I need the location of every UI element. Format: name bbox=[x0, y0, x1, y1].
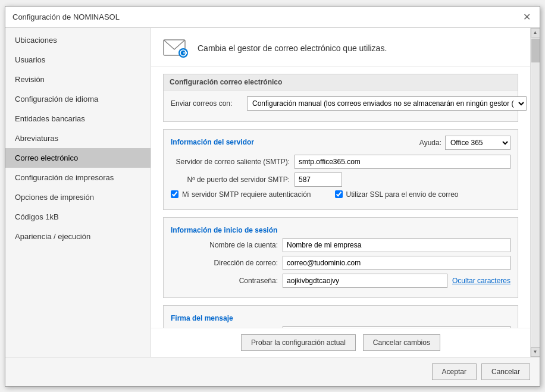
send-row: Enviar correos con: Configuración manual… bbox=[171, 96, 510, 111]
sidebar-item-ubicaciones[interactable]: Ubicaciones bbox=[5, 30, 151, 50]
send-select-wrapper: Configuración manual (los correos enviad… bbox=[247, 96, 527, 111]
footer-buttons: Aceptar Cancelar bbox=[432, 363, 530, 380]
signature-section-content: Firma del mensaje Tipo de Firma: Sin sel… bbox=[164, 306, 518, 328]
help-row: Ayuda: Office 365GmailOutlookYahoo bbox=[419, 136, 510, 150]
auth-checkbox-row: Mi servidor SMTP requiere autenticación bbox=[171, 190, 311, 199]
sidebar-item-codigos[interactable]: Códigos 1kB bbox=[5, 207, 151, 227]
cancel-changes-button[interactable]: Cancelar cambios bbox=[363, 334, 440, 351]
sidebar-item-revision[interactable]: Revisión bbox=[5, 70, 151, 89]
sidebar-item-apariencia[interactable]: Apariencia / ejecución bbox=[5, 227, 151, 246]
scroll-track[interactable] bbox=[531, 37, 540, 347]
ssl-checkbox[interactable] bbox=[335, 190, 343, 198]
email-label: Dirección de correo: bbox=[171, 259, 278, 267]
help-label: Ayuda: bbox=[419, 139, 441, 147]
content-area: UbicacionesUsuariosRevisiónConfiguración… bbox=[5, 28, 540, 357]
main-body: Configuración correo electrónico Enviar … bbox=[151, 67, 530, 328]
sidebar-item-idioma[interactable]: Configuración de idioma bbox=[5, 89, 151, 109]
email-row: Dirección de correo: bbox=[171, 256, 510, 270]
port-row: Nº de puerto del servidor SMTP: bbox=[171, 173, 510, 187]
auth-label: Mi servidor SMTP requiere autenticación bbox=[182, 190, 311, 199]
window-footer: Aceptar Cancelar bbox=[5, 357, 540, 386]
test-config-button[interactable]: Probar la configuración actual bbox=[241, 334, 356, 351]
password-row: Contraseña: Ocultar caracteres bbox=[171, 274, 510, 288]
password-input[interactable] bbox=[283, 274, 447, 288]
account-label: Nombre de la cuenta: bbox=[171, 241, 278, 249]
hide-chars-link[interactable]: Ocultar caracteres bbox=[452, 277, 510, 285]
port-input[interactable] bbox=[295, 173, 342, 187]
auth-checkbox[interactable] bbox=[171, 190, 178, 198]
cancel-button[interactable]: Cancelar bbox=[481, 363, 530, 380]
send-label: Enviar correos con: bbox=[171, 99, 242, 108]
sidebar: UbicacionesUsuariosRevisiónConfiguración… bbox=[5, 28, 151, 357]
scroll-down-button[interactable]: ▼ bbox=[531, 347, 540, 357]
main-panel: Cambia el gestor de correo electrónico q… bbox=[151, 28, 530, 357]
ssl-checkbox-row: Utilizar SSL para el envío de correo bbox=[335, 190, 459, 199]
help-select[interactable]: Office 365GmailOutlookYahoo bbox=[445, 136, 510, 150]
window-title: Configuración de NOMINASOL bbox=[12, 12, 120, 21]
sidebar-item-bancarias[interactable]: Entidades bancarias bbox=[5, 109, 151, 128]
account-row: Nombre de la cuenta: bbox=[171, 238, 510, 252]
ssl-label: Utilizar SSL para el envío de correo bbox=[346, 190, 459, 199]
server-info-title: Información del servidor bbox=[171, 138, 254, 146]
sidebar-item-impresoras[interactable]: Configuración de impresoras bbox=[5, 168, 151, 187]
port-label: Nº de puerto del servidor SMTP: bbox=[171, 175, 290, 184]
server-section: Información del servidor Ayuda: Office 3… bbox=[163, 129, 518, 210]
sidebar-item-impresion[interactable]: Opciones de impresión bbox=[5, 187, 151, 207]
main-content-wrapper: Cambia el gestor de correo electrónico q… bbox=[151, 28, 540, 357]
smtp-row: Servidor de correo saliente (SMTP): bbox=[171, 155, 510, 169]
main-window: Configuración de NOMINASOL ✕ Ubicaciones… bbox=[5, 6, 540, 387]
close-button[interactable]: ✕ bbox=[521, 11, 533, 23]
scrollbar[interactable]: ▲ ▼ bbox=[530, 28, 540, 357]
sidebar-item-abreviaturas[interactable]: Abreviaturas bbox=[5, 128, 151, 148]
sidebar-item-correo[interactable]: Correo electrónico bbox=[5, 148, 151, 168]
sidebar-item-usuarios[interactable]: Usuarios bbox=[5, 50, 151, 70]
accept-button[interactable]: Aceptar bbox=[432, 363, 477, 380]
scroll-up-button[interactable]: ▲ bbox=[531, 28, 540, 37]
mail-icon bbox=[163, 37, 189, 59]
title-bar: Configuración de NOMINASOL ✕ bbox=[5, 7, 540, 28]
session-section-content: Información de inicio de sesión Nombre d… bbox=[164, 218, 518, 297]
config-section: Configuración correo electrónico Enviar … bbox=[163, 74, 518, 122]
account-input[interactable] bbox=[283, 238, 510, 252]
config-section-title: Configuración correo electrónico bbox=[164, 74, 518, 90]
email-input[interactable] bbox=[283, 256, 510, 270]
auth-ssl-row: Mi servidor SMTP requiere autenticación … bbox=[171, 190, 510, 201]
send-select[interactable]: Configuración manual (los correos enviad… bbox=[247, 96, 527, 111]
smtp-input[interactable] bbox=[295, 155, 510, 169]
smtp-label: Servidor de correo saliente (SMTP): bbox=[171, 158, 290, 166]
scroll-thumb[interactable] bbox=[531, 39, 540, 62]
signature-title: Firma del mensaje bbox=[171, 314, 510, 322]
session-section: Información de inicio de sesión Nombre d… bbox=[163, 217, 518, 298]
password-label: Contraseña: bbox=[171, 277, 278, 285]
header-description: Cambia el gestor de correo electrónico q… bbox=[198, 43, 387, 53]
signature-section: Firma del mensaje Tipo de Firma: Sin sel… bbox=[163, 305, 518, 328]
config-section-content: Enviar correos con: Configuración manual… bbox=[164, 90, 518, 121]
action-buttons: Probar la configuración actual Cancelar … bbox=[151, 328, 530, 357]
main-header: Cambia el gestor de correo electrónico q… bbox=[151, 28, 530, 67]
session-title: Información de inicio de sesión bbox=[171, 226, 510, 234]
server-section-content: Información del servidor Ayuda: Office 3… bbox=[164, 130, 518, 209]
